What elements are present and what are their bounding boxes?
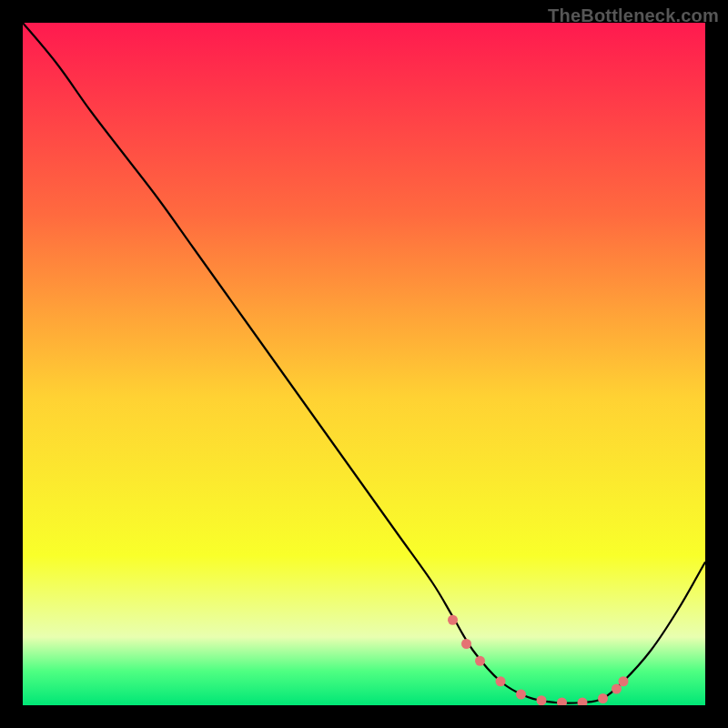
marker-point [612, 684, 622, 694]
marker-point [598, 693, 608, 703]
marker-point [516, 690, 526, 700]
marker-point [475, 656, 485, 666]
marker-point [537, 695, 547, 705]
marker-point [448, 615, 458, 625]
marker-point [461, 639, 471, 649]
marker-point [619, 676, 629, 686]
chart-svg [23, 23, 705, 705]
gradient-background [23, 23, 705, 705]
plot-area [23, 23, 705, 705]
marker-point [496, 676, 506, 686]
chart-container: TheBottleneck.com [0, 0, 728, 728]
